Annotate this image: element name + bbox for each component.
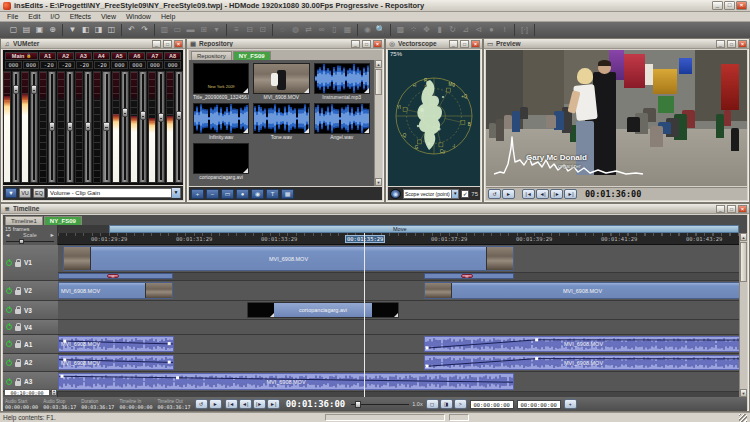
trim-icon[interactable]: ▭ xyxy=(171,24,184,36)
mark-out-field[interactable]: 00:00:00:00 xyxy=(517,400,561,409)
timeline-titlebar[interactable]: ≣ Timeline _ □ × xyxy=(1,204,749,214)
menu-file[interactable]: File xyxy=(2,13,23,20)
mvi-6908-mov-clip[interactable]: MVI_6908.MOV xyxy=(58,373,514,390)
track-header-v3[interactable]: V3 xyxy=(3,301,58,320)
lock-icon[interactable] xyxy=(15,309,21,314)
track-lane-a3[interactable]: MVI_6908.MOV xyxy=(58,372,739,392)
gain-mode-dropdown[interactable]: Volume - Clip Gain▼ xyxy=(47,188,181,198)
vu-fader-knob[interactable] xyxy=(140,111,146,120)
meter-mode-button[interactable]: ▼ xyxy=(5,188,17,198)
lock-icon[interactable] xyxy=(15,326,21,331)
vu-fader-knob[interactable] xyxy=(85,122,91,131)
timeline-vertical-scrollbar[interactable]: ▲ ▼ xyxy=(739,233,747,397)
new-bin-button[interactable]: ● xyxy=(236,189,249,199)
record-icon[interactable]: ● xyxy=(485,24,498,36)
add-marker-button[interactable]: + xyxy=(564,399,577,409)
swap-icon[interactable]: ⇄ xyxy=(302,24,315,36)
repository-tab-repository[interactable]: Repository xyxy=(191,51,232,60)
timeline-ruler[interactable]: 00:01:29:2900:01:31:2900:01:33:2900:01:3… xyxy=(58,233,739,245)
lock-icon[interactable] xyxy=(15,381,21,386)
power-icon[interactable]: ◉ xyxy=(361,24,374,36)
open-icon[interactable]: ▤ xyxy=(20,24,33,36)
slip-icon[interactable]: ▬ xyxy=(184,24,197,36)
sync-icon[interactable]: ◍ xyxy=(289,24,302,36)
zoom-in-button[interactable]: + xyxy=(191,189,204,199)
scale-right-arrow[interactable]: ► xyxy=(50,232,55,238)
track-lane-v3[interactable]: cortopanciagarg.avi xyxy=(58,301,739,320)
save-icon[interactable]: ▣ xyxy=(33,24,46,36)
media-thumbnail[interactable] xyxy=(193,143,249,174)
step-fwd-button[interactable]: |► xyxy=(253,399,266,409)
timeline-maximize-button[interactable]: □ xyxy=(727,205,736,213)
go-start-button[interactable]: |◄ xyxy=(225,399,238,409)
paste-icon[interactable]: ◫ xyxy=(105,24,118,36)
play-button[interactable]: ► xyxy=(209,399,222,409)
menu-window[interactable]: Window xyxy=(121,13,156,20)
preview-minimize-button[interactable]: _ xyxy=(716,40,725,48)
dots-icon[interactable]: ⁘ xyxy=(407,24,420,36)
vumeter-maximize-button[interactable]: □ xyxy=(163,40,172,48)
timeline-close-button[interactable]: × xyxy=(738,205,747,213)
maximize-button[interactable]: □ xyxy=(724,1,735,10)
track-enable-icon[interactable] xyxy=(6,288,12,294)
transition-strip[interactable]: ▒ xyxy=(424,273,514,279)
vu-fader[interactable] xyxy=(139,71,147,183)
track-enable-icon[interactable] xyxy=(6,379,12,385)
import-icon[interactable]: ▼ xyxy=(66,24,79,36)
vu-fader-knob[interactable] xyxy=(103,122,109,131)
insert-icon[interactable]: ≡ xyxy=(230,24,243,36)
scroll-down-icon[interactable]: ▼ xyxy=(375,178,382,186)
media-thumbnail[interactable] xyxy=(253,63,309,94)
scale-left-arrow[interactable]: ◄ xyxy=(5,232,10,238)
go-end-button[interactable]: ►| xyxy=(564,189,577,199)
media-thumbnail[interactable]: New York 2009 xyxy=(193,63,249,94)
mvi-6908-mov-clip[interactable]: MVI_6908.MOV xyxy=(424,336,739,352)
brackets-icon[interactable]: [·] xyxy=(518,24,531,36)
menu-view[interactable]: View xyxy=(96,13,121,20)
range-loop-button[interactable]: ◻ xyxy=(426,399,439,409)
media-item[interactable]: Instrumental.mp3 xyxy=(312,62,372,102)
vectorscope-maximize-button[interactable]: □ xyxy=(460,40,469,48)
timeline-tab-ny_fs09[interactable]: NY_FS09 xyxy=(44,216,82,225)
envelope-point[interactable] xyxy=(61,375,64,378)
track-lane-strip[interactable]: ▒▒ xyxy=(58,273,739,281)
vumeter-close-button[interactable]: × xyxy=(174,40,183,48)
alert-icon[interactable]: ! xyxy=(498,24,511,36)
step-back-button[interactable]: ◄| xyxy=(239,399,252,409)
vu-fader[interactable] xyxy=(12,71,20,183)
media-item[interactable]: Tone.wav xyxy=(251,102,311,142)
import-file-button[interactable]: ▭ xyxy=(221,189,234,199)
vumeter-minimize-button[interactable]: _ xyxy=(152,40,161,48)
step-back-button[interactable]: ◄| xyxy=(536,189,549,199)
vu-fader-knob[interactable] xyxy=(158,113,164,122)
overwrite-icon[interactable]: ⊟ xyxy=(243,24,256,36)
vu-fader[interactable] xyxy=(66,71,74,183)
track-enable-icon[interactable] xyxy=(6,307,12,313)
mvi-6908-mov-clip[interactable]: MVI_6908.MOV xyxy=(58,336,174,352)
vu-fader-knob[interactable] xyxy=(122,108,128,117)
lock-icon[interactable] xyxy=(15,343,21,348)
media-item[interactable]: Infinity.wav xyxy=(191,102,251,142)
go-end-button[interactable]: ►| xyxy=(267,399,280,409)
track-header-v4[interactable]: V4 xyxy=(3,320,58,335)
track-header-a1[interactable]: A1 xyxy=(3,335,58,354)
repository-scrollbar[interactable]: ▲ ▼ xyxy=(374,60,382,186)
close-button[interactable]: × xyxy=(736,1,747,10)
vu-fader[interactable] xyxy=(48,71,56,183)
track-enable-icon[interactable] xyxy=(6,341,12,347)
scroll-up-icon[interactable]: ▲ xyxy=(740,233,747,241)
menu-effects[interactable]: Effects xyxy=(65,13,96,20)
group-icon[interactable]: ⊞ xyxy=(197,24,210,36)
track-lane-v4[interactable] xyxy=(58,320,739,335)
track-header-a2[interactable]: A2 xyxy=(3,354,58,372)
step-fwd-button[interactable]: |► xyxy=(550,189,563,199)
timeline-minimize-button[interactable]: _ xyxy=(716,205,725,213)
lock-icon[interactable] xyxy=(15,290,21,295)
new-icon[interactable]: ▢ xyxy=(7,24,20,36)
media-thumbnail[interactable] xyxy=(314,103,370,134)
media-thumbnail[interactable] xyxy=(314,63,370,94)
scope-mode-dropdown[interactable]: Scope vector (point)▼ xyxy=(403,189,459,199)
vu-fader[interactable] xyxy=(175,71,183,183)
track-header-v2[interactable]: V2 xyxy=(3,281,58,301)
vu-fader-knob[interactable] xyxy=(13,85,19,94)
